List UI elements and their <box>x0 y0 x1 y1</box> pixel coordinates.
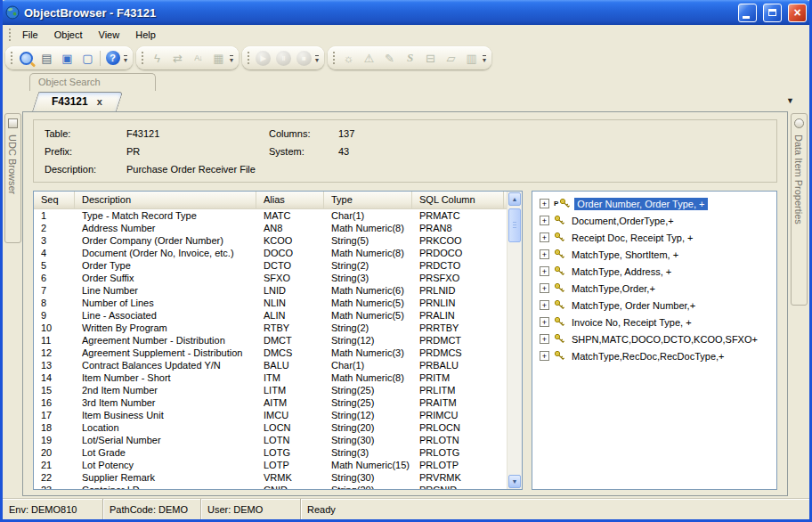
table-row[interactable]: 13Contract Balances Updated Y/NBALUChar(… <box>34 359 507 371</box>
table-row[interactable]: 8Number of LinesNLINMath Numeric(5)PRNLI… <box>34 297 507 309</box>
expand-plus-icon[interactable]: + <box>540 317 549 327</box>
scroll-down-button[interactable]: ▼ <box>508 475 521 488</box>
column-header-type[interactable]: Type <box>324 192 412 208</box>
table-row[interactable]: 22Supplier RemarkVRMKString(30)PRVRMK <box>34 471 507 484</box>
expand-plus-icon[interactable]: + <box>540 266 549 276</box>
menu-help[interactable]: Help <box>127 27 164 43</box>
expand-plus-icon[interactable]: + <box>540 249 549 259</box>
table-row[interactable]: 1Type - Match Record TypeMATCChar(1)PRMA… <box>34 209 507 222</box>
column-header-alias[interactable]: Alias <box>256 192 324 208</box>
tree-item-label[interactable]: Document,OrderType,+ <box>569 215 677 227</box>
grid-scrollbar[interactable]: ▲ ▼ <box>507 192 522 489</box>
help-button[interactable]: ? <box>102 48 123 68</box>
table-row[interactable]: 7Line NumberLNIDMath Numeric(6)PRLNID <box>34 284 507 297</box>
maximize-button[interactable] <box>763 4 782 22</box>
table-cell: PRNLIN <box>412 297 504 309</box>
tree-item[interactable]: +Receipt Doc, Receipt Typ, + <box>532 229 776 246</box>
column-header-description[interactable]: Description <box>75 192 256 208</box>
tab-close-button[interactable]: x <box>97 96 102 107</box>
expand-plus-icon[interactable]: + <box>540 283 549 293</box>
table-cell: PRAN8 <box>412 222 504 234</box>
table-row[interactable]: 12Agreement Supplement - DistributionDMC… <box>34 347 507 359</box>
close-button[interactable]: × <box>788 4 807 22</box>
toolbar-options-chevron[interactable]: ▾ <box>230 55 233 63</box>
table-row[interactable]: 17Item Business UnitIMCUString(12)PRIMCU <box>34 409 507 421</box>
menu-object[interactable]: Object <box>46 27 91 43</box>
table-cell: 15 <box>34 384 75 396</box>
menu-view[interactable]: View <box>91 27 128 43</box>
tree-item[interactable]: +SHPN,MATC,DOCO,DCTO,KCOO,SFXO+ <box>532 330 776 347</box>
column-header-seq[interactable]: Seq <box>34 192 75 208</box>
menu-file[interactable]: File <box>14 27 46 43</box>
table-row[interactable]: 5Order TypeDCTOString(2)PRDCTO <box>34 259 507 272</box>
tree-item[interactable]: +POrder Number, Order Type, + <box>532 195 776 212</box>
table-row[interactable]: 4Document (Order No, Invoice, etc.)DOCOM… <box>34 247 507 259</box>
menu-grip <box>8 28 12 42</box>
tree-item[interactable]: +Document,OrderType,+ <box>532 212 776 229</box>
table-cell: PRDOCO <box>412 247 504 259</box>
key-icon <box>554 350 565 362</box>
tree-item-label[interactable]: MatchType, Order Number,+ <box>569 299 698 312</box>
expand-plus-icon[interactable]: + <box>540 232 549 242</box>
new-window-button[interactable]: ▢ <box>77 48 98 68</box>
minimize-button[interactable] <box>738 4 757 22</box>
tree-item-label[interactable]: SHPN,MATC,DOCO,DCTO,KCOO,SFXO+ <box>569 333 760 346</box>
tree-item[interactable]: +MatchType,RecDoc,RecDocType,+ <box>532 347 776 364</box>
tree-item-label[interactable]: MatchType, Address, + <box>569 265 674 278</box>
column-header-sql-column[interactable]: SQL Column <box>412 192 504 208</box>
sidebar-tab-data-item-properties[interactable]: Data Item Properties <box>791 113 808 306</box>
table-row[interactable]: 6Order SuffixSFXOString(3)PRSFXO <box>34 272 507 284</box>
table-row[interactable]: 23Container I.D.CNIDString(20)PRCNID <box>34 484 507 489</box>
toolbar-options-chevron[interactable]: ▾ <box>315 55 319 63</box>
table-cell: IMCU <box>256 409 324 421</box>
object-search-tab[interactable]: Object Search <box>29 73 156 91</box>
table-row[interactable]: 20Lot GradeLOTGString(3)PRLOTG <box>34 446 507 459</box>
expand-plus-icon[interactable]: + <box>540 216 549 225</box>
scroll-up-button[interactable]: ▲ <box>508 192 521 206</box>
expand-plus-icon[interactable]: + <box>540 300 549 310</box>
edit-button: ✎ <box>379 48 400 68</box>
table-row[interactable]: 2Address NumberAN8Math Numeric(8)PRAN8 <box>34 222 507 234</box>
scroll-thumb[interactable] <box>508 208 521 242</box>
sidebar-tab-udc-browser[interactable]: UDC Browser <box>4 113 21 243</box>
table-row[interactable]: 9Line - AssociatedALINMath Numeric(5)PRA… <box>34 309 507 322</box>
tree-item-label[interactable]: MatchType,RecDoc,RecDocType,+ <box>569 350 727 363</box>
table-row[interactable]: 11Agreement Number - DistributionDMCTStr… <box>34 334 507 347</box>
object-search-button[interactable] <box>16 48 37 68</box>
tree-item[interactable]: +MatchType, Address, + <box>532 263 776 280</box>
table-row[interactable]: 18LocationLOCNString(20)PRLOCN <box>34 421 507 434</box>
key-icon <box>554 232 565 243</box>
table-cell: Number of Lines <box>75 297 256 309</box>
table-row[interactable]: 19Lot/Serial NumberLOTNString(30)PRLOTN <box>34 434 507 446</box>
play-button: ▶ <box>253 48 273 68</box>
tree-item[interactable]: +Invoice No, Receipt Type, + <box>532 314 776 330</box>
tree-item-label[interactable]: MatchType, ShortItem, + <box>569 249 681 261</box>
split-view-button[interactable]: ▣ <box>57 48 77 68</box>
table-row[interactable]: 3Order Company (Order Number)KCOOString(… <box>34 234 507 247</box>
expand-plus-icon[interactable]: + <box>540 334 549 344</box>
tree-item[interactable]: +MatchType, Order Number,+ <box>532 297 776 314</box>
tree-item[interactable]: +MatchType, ShortItem, + <box>532 246 776 263</box>
expand-plus-icon[interactable]: + <box>540 199 549 208</box>
toolbar-options-chevron[interactable]: ▾ <box>483 55 486 63</box>
tree-item-label[interactable]: Invoice No, Receipt Type, + <box>569 316 694 329</box>
tab-f43121[interactable]: F43121 x <box>32 92 117 111</box>
tree-item-label[interactable]: MatchType,Order,+ <box>569 282 658 295</box>
data-browser-button[interactable]: ▤ <box>37 48 57 68</box>
table-cell: Lot Grade <box>75 446 256 459</box>
tree-item-label[interactable]: Receipt Doc, Receipt Typ, + <box>569 232 695 244</box>
tree-item-label[interactable]: Order Number, Order Type, + <box>574 198 707 210</box>
sort-button: A↓ <box>188 48 208 68</box>
table-row[interactable]: 10Written By ProgramRTBYString(2)PRRTBY <box>34 322 507 334</box>
tree-item[interactable]: +MatchType,Order,+ <box>532 280 776 297</box>
menu-bar: FileObjectViewHelp <box>3 25 809 45</box>
toolbar-options-chevron[interactable]: ▾ <box>124 55 127 63</box>
table-cell: Item Number - Short <box>75 371 256 384</box>
table-row[interactable]: 163rd Item NumberAITMString(25)PRAITM <box>34 396 507 409</box>
table-row[interactable]: 21Lot PotencyLOTPMath Numeric(15)PRLOTP <box>34 459 507 471</box>
table-row[interactable]: 14Item Number - ShortITMMath Numeric(8)P… <box>34 371 507 384</box>
expand-plus-icon[interactable]: + <box>540 351 549 361</box>
chevron-down-icon[interactable]: ▼ <box>786 96 794 105</box>
minimize-icon <box>743 16 750 19</box>
table-row[interactable]: 152nd Item NumberLITMString(25)PRLITM <box>34 384 507 396</box>
